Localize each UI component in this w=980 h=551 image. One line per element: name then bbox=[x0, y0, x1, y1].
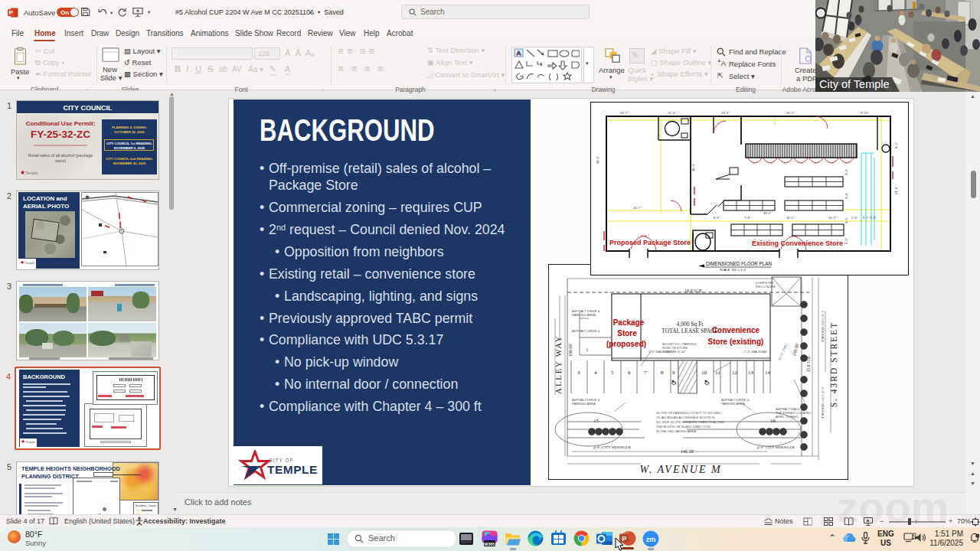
svg-text:11: 11 bbox=[715, 370, 720, 376]
svg-text:PARKING AREA: PARKING AREA bbox=[572, 313, 596, 317]
svg-text:A: A bbox=[517, 50, 521, 57]
svg-text:100.00': 100.00' bbox=[568, 343, 573, 357]
svg-text:IN THE UNLOADING AREA: IN THE UNLOADING AREA bbox=[656, 429, 696, 433]
svg-text:3'-0": 3'-0" bbox=[844, 168, 848, 175]
svg-text:8: 8 bbox=[661, 370, 664, 376]
svg-text:24'-7": 24'-7" bbox=[633, 206, 642, 210]
svg-text:Proposed Package Store: Proposed Package Store bbox=[609, 239, 691, 246]
svg-text:SLOPE OF PARKING LOT NOT TO EX: SLOPE OF PARKING LOT NOT TO EXCEED bbox=[656, 411, 721, 415]
svg-text:ASPHALT DRIVE &: ASPHALT DRIVE & bbox=[572, 329, 600, 333]
svg-text:Package: Package bbox=[613, 318, 645, 327]
svg-text:4,000 Sq Ft: 4,000 Sq Ft bbox=[677, 321, 704, 328]
svg-text:15: 15 bbox=[593, 418, 599, 424]
svg-text:1: 1 bbox=[586, 347, 589, 353]
svg-text:ALLEY WAY: ALLEY WAY bbox=[554, 334, 563, 393]
svg-text:16: 16 bbox=[770, 418, 776, 424]
svg-text:8'-5": 8'-5" bbox=[714, 216, 720, 220]
svg-text:100.00': 100.00' bbox=[792, 343, 799, 357]
svg-text:P: P bbox=[9, 9, 13, 16]
svg-text:4: 4 bbox=[594, 370, 597, 376]
svg-text:S. 43RD STREET: S. 43RD STREET bbox=[829, 321, 838, 408]
svg-text:3: 3 bbox=[577, 370, 580, 376]
svg-text:13'-7": 13'-7" bbox=[620, 111, 629, 115]
svg-text:18'-1": 18'-1" bbox=[691, 163, 695, 171]
svg-text:PARKING AREA: PARKING AREA bbox=[721, 402, 745, 406]
svg-text:DIMENSIONED FLOOR PLAN: DIMENSIONED FLOOR PLAN bbox=[706, 261, 773, 266]
svg-text:3'-5": 3'-5" bbox=[844, 217, 848, 223]
svg-text:41'-0": 41'-0" bbox=[894, 186, 898, 194]
svg-text:9: 9 bbox=[672, 370, 675, 376]
svg-text:Existing Convenience Store: Existing Convenience Store bbox=[752, 240, 843, 247]
svg-text:2'-6" WALKWAY: 2'-6" WALKWAY bbox=[744, 350, 767, 354]
svg-text:16'-2": 16'-2" bbox=[828, 216, 837, 220]
svg-text:City of Temple: City of Temple bbox=[819, 78, 890, 90]
svg-text:(proposed): (proposed) bbox=[606, 340, 646, 348]
svg-text:10.0' U.E.: 10.0' U.E. bbox=[684, 289, 704, 293]
svg-text:THE ROUTE OR IN ANY DIRECTION: THE ROUTE OR IN ANY DIRECTION bbox=[656, 425, 710, 429]
svg-text:APRIL 20 FEET: APRIL 20 FEET bbox=[776, 415, 799, 419]
svg-text:16'-1": 16'-1" bbox=[786, 216, 795, 220]
svg-text:M365: M365 bbox=[485, 542, 495, 546]
svg-text:Store (existing): Store (existing) bbox=[708, 337, 764, 346]
svg-text:2% ALONG AN ACCESSIBLE ROUTE I: 2% ALONG AN ACCESSIBLE ROUTE IS bbox=[656, 416, 715, 419]
svg-text:15.0' U.E.: 15.0' U.E. bbox=[806, 354, 811, 372]
svg-text:10: 10 bbox=[701, 370, 707, 376]
svg-text:20'-0" (TYP.): 20'-0" (TYP.) bbox=[777, 343, 789, 361]
svg-text:TOTAL LEASE SPACE: TOTAL LEASE SPACE bbox=[662, 328, 718, 334]
svg-text:PARKING AREA: PARKING AREA bbox=[572, 402, 596, 406]
svg-text:ENCLOSURE: ENCLOSURE bbox=[756, 285, 776, 289]
svg-text:38'-2": 38'-2" bbox=[596, 155, 599, 164]
svg-text:7'-6": 7'-6" bbox=[744, 216, 751, 220]
svg-text:2'-6" WALKWAY: 2'-6" WALKWAY bbox=[648, 350, 671, 354]
svg-text:9'-10": 9'-10" bbox=[861, 111, 869, 115]
svg-text:14: 14 bbox=[765, 370, 771, 376]
svg-text:13'-4": 13'-4" bbox=[721, 111, 730, 115]
svg-text:3'-6": 3'-6" bbox=[844, 192, 848, 199]
svg-text:5: 5 bbox=[611, 370, 614, 376]
svg-text:W. AVENUE M: W. AVENUE M bbox=[639, 464, 721, 475]
svg-text:5'-9": 5'-9" bbox=[844, 237, 848, 244]
svg-text:4'-0" CITY SIDEWALK: 4'-0" CITY SIDEWALK bbox=[821, 311, 825, 343]
svg-text:38'-2": 38'-2" bbox=[763, 211, 772, 215]
svg-text:32'-1": 32'-1" bbox=[786, 111, 795, 115]
svg-text:4'-0" CITY SIDEWALK: 4'-0" CITY SIDEWALK bbox=[757, 445, 795, 449]
svg-text:12'-4": 12'-4" bbox=[668, 111, 676, 115]
svg-text:8'-4": 8'-4" bbox=[894, 142, 898, 148]
svg-text:6: 6 bbox=[628, 370, 631, 376]
svg-text:7: 7 bbox=[644, 370, 647, 376]
svg-text:Convenience: Convenience bbox=[712, 326, 760, 334]
svg-text:2'-0": 2'-0" bbox=[851, 216, 858, 220]
svg-text:4'-0" CITY SIDEWALK: 4'-0" CITY SIDEWALK bbox=[593, 445, 632, 449]
svg-text:12: 12 bbox=[732, 370, 738, 376]
svg-text:NO SIDE SLOPE GREATER THAN 2%: NO SIDE SLOPE GREATER THAN 2% ALONG bbox=[656, 420, 724, 424]
svg-text:5'-1" 6'-3": 5'-1" 6'-3" bbox=[863, 216, 877, 220]
svg-text:SCALE: 1/4" = 1'-0": SCALE: 1/4" = 1'-0" bbox=[720, 268, 746, 272]
svg-text:Store: Store bbox=[617, 329, 637, 337]
svg-text:4'-0" CITY SIDEWALK: 4'-0" CITY SIDEWALK bbox=[821, 387, 825, 419]
svg-text:13: 13 bbox=[748, 370, 754, 376]
svg-text:140.00': 140.00' bbox=[681, 449, 694, 454]
svg-text:zm: zm bbox=[646, 536, 656, 543]
